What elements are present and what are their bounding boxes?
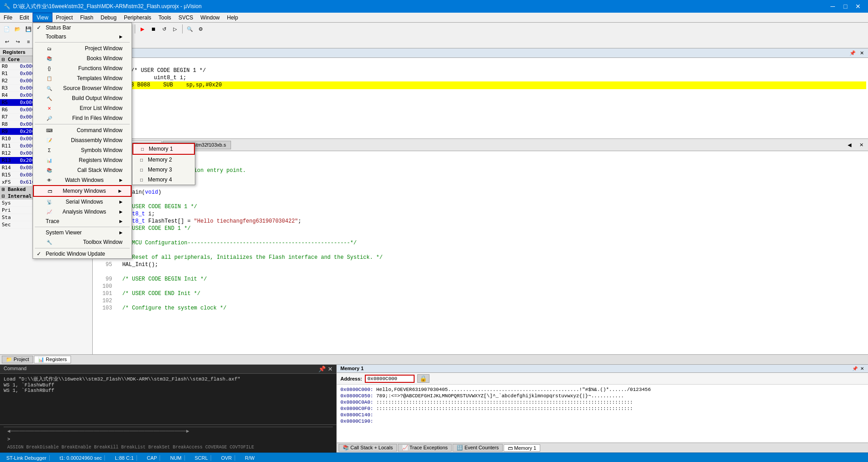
menu-serial-windows[interactable]: 📡 Serial Windows: [33, 197, 132, 207]
disasm-line-89: 89: /* USER CODE BEGIN 1 */: [94, 67, 866, 74]
menu-memory-windows[interactable]: 🗃 Memory Windows: [33, 185, 132, 197]
menu-command-window[interactable]: ⌨ Command Window: [33, 125, 132, 135]
cmd-prompt-line: >: [4, 436, 333, 443]
editor-close[interactable]: ✕: [856, 140, 866, 150]
tab-memory1[interactable]: 🗃 Memory 1: [504, 444, 540, 452]
menu-error-list[interactable]: ✕ Error List Window: [33, 103, 132, 113]
memory2-label: Memory 2: [148, 157, 172, 163]
status-bar-label: Status Bar: [46, 24, 71, 31]
menu-find-in-files[interactable]: 🔎 Find In Files Window: [33, 113, 132, 123]
menu-tools[interactable]: Tools: [155, 13, 175, 22]
tb-r2[interactable]: ↪: [13, 37, 23, 47]
tb-search[interactable]: 🔍: [185, 24, 195, 34]
menu-call-stack-window[interactable]: 📚 Call Stack Window: [33, 165, 132, 175]
tb-debug-reset[interactable]: ↺: [159, 24, 169, 34]
mem-close[interactable]: ✕: [860, 366, 864, 372]
menu-help[interactable]: Help: [223, 13, 242, 22]
tb-debug-run[interactable]: ▷: [170, 24, 180, 34]
menu-periodic-update[interactable]: Periodic Window Update: [33, 249, 132, 258]
menu-file[interactable]: File: [0, 13, 16, 22]
memory3-label: Memory 3: [148, 167, 172, 173]
editor-tabs: 📄 flash.c 📄 main.c 📄 startup_stm32f103xb…: [93, 139, 868, 151]
editor-panel: 📄 flash.c 📄 main.c 📄 startup_stm32f103xb…: [93, 139, 868, 354]
bottom-tab-registers[interactable]: 📊 Registers: [34, 356, 71, 363]
editor-line-blank3: [94, 269, 866, 276]
address-lock-button[interactable]: 🔒: [417, 374, 429, 383]
tb-save[interactable]: 💾: [24, 24, 33, 34]
menu-toolbars[interactable]: Toolbars: [33, 32, 132, 41]
menu-disassembly-window[interactable]: 📝 Disassembly Window: [33, 135, 132, 145]
bottom-tab-project[interactable]: 📁 Project: [2, 356, 33, 363]
submenu-memory3[interactable]: □ Memory 3: [132, 165, 195, 175]
menu-peripherals[interactable]: Peripherals: [120, 13, 155, 22]
minimize-button[interactable]: ─: [826, 0, 839, 13]
tab-event-counters[interactable]: 🔢 Event Counters: [453, 444, 503, 452]
error-list-label: Error List Window: [80, 105, 123, 111]
disasm-close[interactable]: ✕: [858, 49, 865, 57]
menu-functions-window[interactable]: {} Functions Window: [33, 63, 132, 73]
editor-content[interactable]: 82 83 □/** 84 * @brief The application e…: [93, 151, 868, 354]
menu-analysis-windows[interactable]: 📈 Analysis Windows: [33, 207, 132, 217]
menu-view[interactable]: View: [33, 13, 52, 22]
editor-line-blank1: [94, 233, 866, 240]
cmd-prompt: >: [7, 437, 10, 442]
menu-edit[interactable]: Edit: [16, 13, 33, 22]
cmd-input-section: ◀───────────────────────────────────────…: [0, 424, 336, 452]
menu-project[interactable]: Project: [52, 13, 76, 22]
find-in-files-icon: 🔎: [46, 114, 53, 122]
editor-scroll-left[interactable]: ◀: [844, 140, 854, 150]
tb-new[interactable]: 📄: [2, 24, 12, 34]
mem-pin[interactable]: 📌: [852, 366, 858, 372]
menu-project-window[interactable]: 🗂 Project Window: [33, 43, 132, 53]
submenu-memory4[interactable]: □ Memory 4: [132, 175, 195, 185]
menu-window[interactable]: Window: [197, 13, 223, 22]
address-input[interactable]: [365, 375, 415, 383]
menu-svcs[interactable]: SVCS: [175, 13, 197, 22]
menu-debug[interactable]: Debug: [97, 13, 120, 22]
editor-line-103: 103 /* Configure the system clock */: [94, 305, 866, 312]
tab-trace-exc[interactable]: 📈 Trace Exceptions: [398, 444, 452, 452]
memory-windows-submenu: □ Memory 1 □ Memory 2 □ Memory 3 □ Memor…: [132, 143, 195, 185]
tb-r3[interactable]: ≡: [24, 37, 33, 47]
close-button[interactable]: ✕: [852, 0, 864, 13]
tb-debug-start[interactable]: ▶: [137, 24, 147, 34]
menu-flash[interactable]: Flash: [76, 13, 97, 22]
menu-status-bar[interactable]: Status Bar: [33, 23, 132, 32]
editor-line-91: 91 uint8_t FlashTest[] = "Hello tiechang…: [94, 218, 866, 225]
editor-line-88: ▷▷ 88 {: [94, 196, 866, 204]
scroll-indicator: ◀───────────────────────────────────────…: [7, 429, 189, 434]
cmd-pin[interactable]: 📌: [318, 366, 326, 372]
submenu-memory2[interactable]: □ Memory 2: [132, 155, 195, 165]
tb-settings[interactable]: ⚙: [196, 24, 206, 34]
menu-system-viewer[interactable]: System Viewer: [33, 228, 132, 237]
functions-window-icon: {}: [46, 65, 53, 72]
submenu-memory1[interactable]: □ Memory 1: [132, 143, 195, 155]
editor-line-82: 82: [94, 153, 866, 160]
menu-books-window[interactable]: 📚 Books Window: [33, 53, 132, 63]
disasm-pin[interactable]: 📌: [849, 49, 856, 57]
menu-registers-window[interactable]: 📊 Registers Window: [33, 155, 132, 165]
tb-debug-stop[interactable]: ⏹: [148, 24, 158, 34]
sep-1: [35, 42, 130, 43]
menu-watch-windows[interactable]: 👁 Watch Windows: [33, 175, 132, 185]
disassembly-title: Disassembly 📌 ✕: [93, 48, 868, 58]
menu-build-output[interactable]: 🔨 Build Output Window: [33, 93, 132, 103]
menu-toolbox-window[interactable]: 🔧 Toolbox Window: [33, 237, 132, 247]
menu-bar: File Edit View Project Flash Debug Perip…: [0, 13, 868, 23]
menu-source-browser[interactable]: 🔍 Source Browser Window: [33, 83, 132, 93]
project-window-icon: 🗂: [46, 45, 53, 52]
cmd-close[interactable]: ✕: [328, 366, 333, 372]
tab-call-stack[interactable]: 📚 Call Stack + Locals: [339, 444, 397, 452]
toolbox-window-label: Toolbox Window: [83, 239, 123, 245]
menu-trace[interactable]: Trace: [33, 217, 132, 226]
center-bottom-tabs: 📁 Project 📊 Registers: [0, 354, 868, 364]
tb-r1[interactable]: ↩: [2, 37, 12, 47]
command-window-label: Command Window: [77, 127, 123, 133]
tb-open[interactable]: 📂: [13, 24, 23, 34]
disassembly-window-label: Disassembly Window: [71, 137, 123, 143]
maximize-button[interactable]: □: [839, 0, 852, 13]
menu-templates-window[interactable]: 📋 Templates Window: [33, 73, 132, 83]
tb-sep-5: [182, 24, 183, 33]
editor-line-83: 83 □/**: [94, 160, 866, 167]
menu-symbols-window[interactable]: Σ Symbols Window: [33, 145, 132, 155]
